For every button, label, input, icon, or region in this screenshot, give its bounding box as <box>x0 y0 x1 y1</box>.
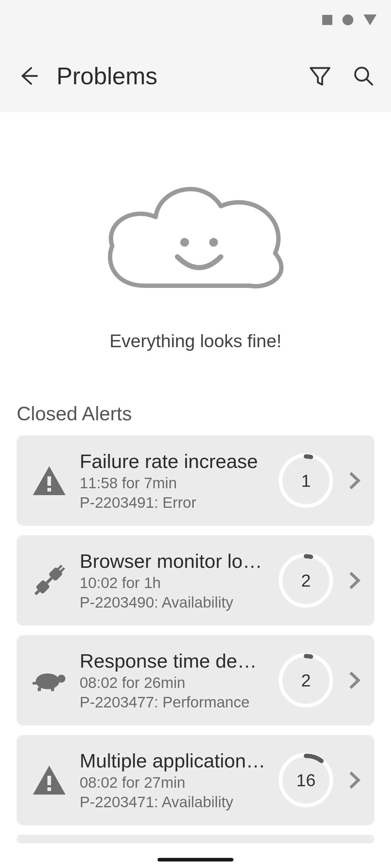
plug-icon <box>31 562 67 599</box>
alert-time: 08:02 for 26min <box>80 674 266 692</box>
chevron-right-icon <box>348 571 361 590</box>
alert-card[interactable]: Multiple application ... 08:02 for 27min… <box>17 735 374 825</box>
alert-title: Browser monitor loc... <box>80 550 266 572</box>
impact-count: 1 <box>279 454 333 508</box>
search-button[interactable] <box>349 61 378 90</box>
alert-title: Failure rate increase <box>80 450 266 472</box>
impact-count: 16 <box>279 753 333 807</box>
closed-alerts-list: Failure rate increase 11:58 for 7min P-2… <box>0 435 391 843</box>
disclosure-button[interactable] <box>345 671 363 689</box>
status-square-icon <box>322 15 332 25</box>
impact-ring: 2 <box>279 653 333 707</box>
alert-meta: P-2203491: Error <box>80 494 266 511</box>
impact-count: 2 <box>279 553 333 608</box>
alert-body: Browser monitor loc... 10:02 for 1h P-22… <box>80 550 266 611</box>
empty-state-message: Everything looks fine! <box>0 331 391 352</box>
impact-count: 2 <box>279 653 333 707</box>
alert-title: Response time degra... <box>80 650 266 672</box>
svg-point-15 <box>36 673 59 689</box>
funnel-icon <box>308 64 332 88</box>
svg-rect-8 <box>47 488 51 492</box>
svg-rect-19 <box>33 682 37 685</box>
warning-triangle-icon <box>31 463 67 499</box>
svg-point-16 <box>58 675 66 683</box>
svg-rect-22 <box>47 787 51 791</box>
impact-ring: 1 <box>279 454 333 508</box>
svg-point-1 <box>342 14 353 25</box>
svg-rect-7 <box>47 476 51 486</box>
empty-state: Everything looks fine! <box>0 112 391 399</box>
alert-meta: P-2203490: Availability <box>80 594 266 611</box>
svg-rect-18 <box>51 687 54 691</box>
disclosure-button[interactable] <box>345 771 363 789</box>
alert-card[interactable]: Response time degra... 08:02 for 26min P… <box>17 635 374 726</box>
filter-button[interactable] <box>306 61 335 90</box>
svg-marker-2 <box>363 14 377 25</box>
svg-rect-13 <box>46 577 53 584</box>
svg-rect-17 <box>38 687 41 691</box>
impact-ring: 16 <box>279 753 333 807</box>
home-indicator[interactable] <box>157 858 234 861</box>
svg-rect-0 <box>322 15 332 25</box>
turtle-icon <box>31 662 67 698</box>
chevron-right-icon <box>348 671 361 689</box>
status-circle-icon <box>342 14 353 25</box>
app-bar: Problems <box>0 40 391 112</box>
page-title: Problems <box>56 62 291 90</box>
svg-point-5 <box>209 238 218 247</box>
alert-card[interactable]: Browser monitor loc... 10:02 for 1h P-22… <box>17 535 374 626</box>
alert-body: Response time degra... 08:02 for 26min P… <box>80 650 266 711</box>
status-triangle-icon <box>363 14 377 25</box>
alert-time: 11:58 for 7min <box>80 475 266 492</box>
alert-body: Failure rate increase 11:58 for 7min P-2… <box>80 450 266 511</box>
alert-time: 08:02 for 27min <box>80 774 266 791</box>
back-button[interactable] <box>13 61 42 90</box>
section-header-closed-alerts: Closed Alerts <box>0 399 391 435</box>
disclosure-button[interactable] <box>345 571 363 590</box>
alert-card[interactable]: Failure rate increase 11:58 for 7min P-2… <box>17 435 374 526</box>
chevron-right-icon <box>348 472 361 490</box>
search-icon <box>352 64 375 88</box>
disclosure-button[interactable] <box>345 472 363 490</box>
alert-meta: P-2203471: Availability <box>80 793 266 811</box>
alert-time: 10:02 for 1h <box>80 574 266 592</box>
arrow-left-icon <box>16 64 39 88</box>
svg-rect-21 <box>47 776 51 785</box>
chevron-right-icon <box>348 771 361 789</box>
status-bar <box>0 0 391 40</box>
impact-ring: 2 <box>279 553 333 608</box>
alert-meta: P-2203477: Performance <box>80 694 266 711</box>
alert-card-partial[interactable] <box>17 835 374 843</box>
alert-body: Multiple application ... 08:02 for 27min… <box>80 749 266 811</box>
warning-triangle-icon <box>31 762 67 798</box>
happy-cloud-icon <box>98 166 293 304</box>
svg-point-4 <box>180 238 189 247</box>
alert-title: Multiple application ... <box>80 749 266 772</box>
